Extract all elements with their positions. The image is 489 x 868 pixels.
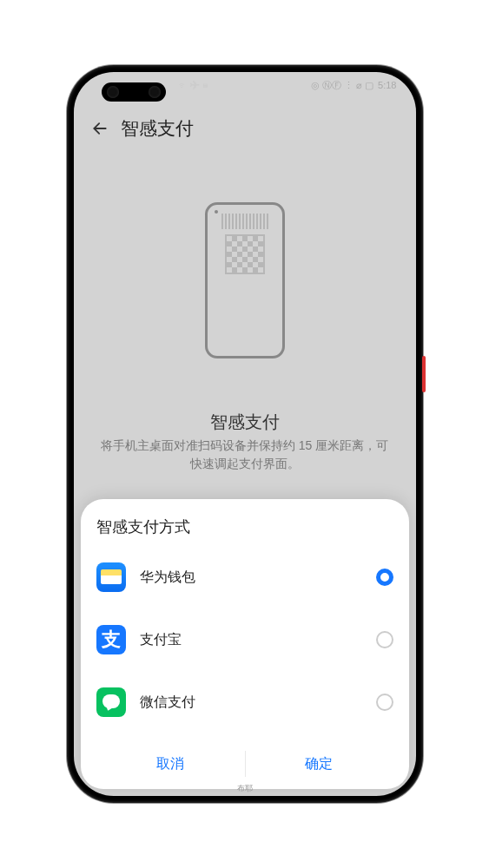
option-label: 支付宝 bbox=[140, 631, 362, 649]
phone-frame: ᯤ ✈ ▤ ◎ ⓃⒻ ⋮ ⌀ ▢ 5:18 智感支付 智感支付 将手机主桌面对准… bbox=[67, 65, 423, 803]
option-label: 微信支付 bbox=[140, 694, 362, 712]
feature-description: 将手机主桌面对准扫码设备并保持约 15 厘米距离，可快速调起支付界面。 bbox=[100, 437, 390, 473]
option-huawei-wallet[interactable]: 华为钱包 bbox=[96, 546, 393, 608]
page-title: 智感支付 bbox=[121, 116, 194, 141]
status-time: 5:18 bbox=[378, 81, 396, 90]
option-label: 华为钱包 bbox=[140, 569, 362, 587]
status-left-glyphs: ᯤ ✈ ▤ bbox=[178, 81, 208, 90]
qr-icon bbox=[225, 234, 265, 274]
wallet-icon bbox=[96, 562, 126, 592]
radio-icon[interactable] bbox=[376, 694, 393, 711]
option-wechat-pay[interactable]: 微信支付 bbox=[96, 671, 393, 733]
status-right: ◎ ⓃⒻ ⋮ ⌀ ▢ 5:18 bbox=[311, 81, 397, 90]
watermark: 布耶 bbox=[237, 783, 253, 794]
status-right-glyphs: ◎ ⓃⒻ ⋮ ⌀ ▢ bbox=[311, 81, 373, 90]
screen: ᯤ ✈ ▤ ◎ ⓃⒻ ⋮ ⌀ ▢ 5:18 智感支付 智感支付 将手机主桌面对准… bbox=[74, 72, 416, 796]
side-button bbox=[422, 356, 426, 392]
confirm-button[interactable]: 确定 bbox=[245, 739, 393, 789]
feature-illustration bbox=[205, 202, 285, 358]
barcode-icon bbox=[221, 214, 268, 229]
radio-icon[interactable] bbox=[376, 631, 393, 648]
feature-title: 智感支付 bbox=[74, 411, 416, 434]
header: 智感支付 bbox=[74, 107, 416, 150]
radio-selected-icon[interactable] bbox=[376, 569, 393, 586]
status-left-icons: ᯤ ✈ ▤ bbox=[178, 81, 208, 90]
back-icon[interactable] bbox=[91, 120, 109, 137]
option-alipay[interactable]: 支 支付宝 bbox=[96, 608, 393, 671]
sheet-actions: 取消 确定 bbox=[96, 739, 393, 789]
payment-method-sheet: 智感支付方式 华为钱包 支 支付宝 微信支付 取消 确定 bbox=[81, 499, 409, 789]
sheet-title: 智感支付方式 bbox=[96, 516, 393, 537]
wechat-icon bbox=[96, 687, 126, 717]
camera-cutout bbox=[102, 82, 166, 102]
alipay-icon: 支 bbox=[96, 625, 126, 654]
cancel-button[interactable]: 取消 bbox=[96, 739, 245, 789]
